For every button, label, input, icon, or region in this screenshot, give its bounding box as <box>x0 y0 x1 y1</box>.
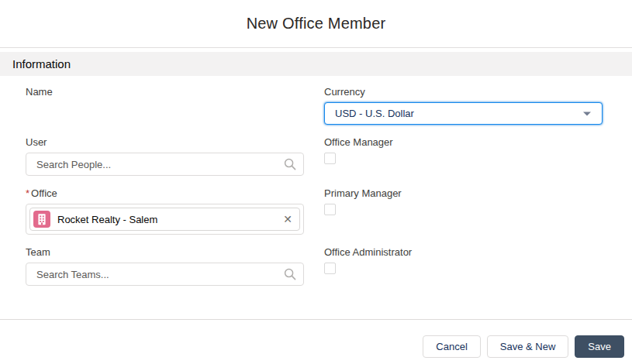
office-manager-label: Office Manager <box>324 137 603 148</box>
currency-select[interactable]: USD - U.S. Dollar <box>324 102 603 125</box>
currency-selected-value: USD - U.S. Dollar <box>335 108 414 119</box>
section-title: Information <box>12 57 71 70</box>
office-label-text: Office <box>31 187 57 199</box>
field-currency: Currency USD - U.S. Dollar <box>324 87 603 125</box>
modal-header: New Office Member <box>0 0 632 48</box>
field-office-administrator: Office Administrator <box>324 247 603 286</box>
field-team: Team <box>26 247 304 286</box>
save-button[interactable]: Save <box>575 335 624 358</box>
team-label: Team <box>26 247 304 258</box>
office-label: *Office <box>26 188 304 199</box>
footer-divider <box>0 319 632 320</box>
field-office: *Office Rocket Realty - Salem <box>26 188 304 235</box>
office-administrator-checkbox[interactable] <box>324 263 336 274</box>
office-manager-checkbox[interactable] <box>324 153 336 164</box>
office-administrator-label: Office Administrator <box>324 247 603 258</box>
field-office-manager: Office Manager <box>324 137 603 176</box>
page-title: New Office Member <box>247 15 386 33</box>
user-label: User <box>26 137 304 148</box>
field-name: Name <box>26 87 304 125</box>
field-user: User <box>26 137 304 176</box>
primary-manager-checkbox[interactable] <box>324 204 336 215</box>
chevron-down-icon <box>583 112 591 115</box>
user-search-input[interactable] <box>26 153 304 176</box>
modal-footer: Cancel Save & New Save <box>0 335 632 358</box>
required-asterisk: * <box>26 187 29 199</box>
name-label: Name <box>26 87 304 98</box>
office-lookup-field[interactable]: Rocket Realty - Salem ✕ <box>26 204 304 235</box>
office-pill-label: Rocket Realty - Salem <box>57 214 157 225</box>
currency-label: Currency <box>324 87 603 98</box>
office-selected-pill[interactable]: Rocket Realty - Salem ✕ <box>29 208 300 231</box>
save-and-new-button[interactable]: Save & New <box>487 335 569 358</box>
section-header-information: Information <box>0 52 632 76</box>
cancel-button[interactable]: Cancel <box>423 335 480 358</box>
form-grid: Name Currency USD - U.S. Dollar User Off… <box>0 76 632 298</box>
primary-manager-label: Primary Manager <box>324 188 603 199</box>
building-icon <box>33 211 50 228</box>
field-primary-manager: Primary Manager <box>324 188 603 235</box>
close-icon[interactable]: ✕ <box>283 214 292 225</box>
team-search-input[interactable] <box>26 263 304 286</box>
